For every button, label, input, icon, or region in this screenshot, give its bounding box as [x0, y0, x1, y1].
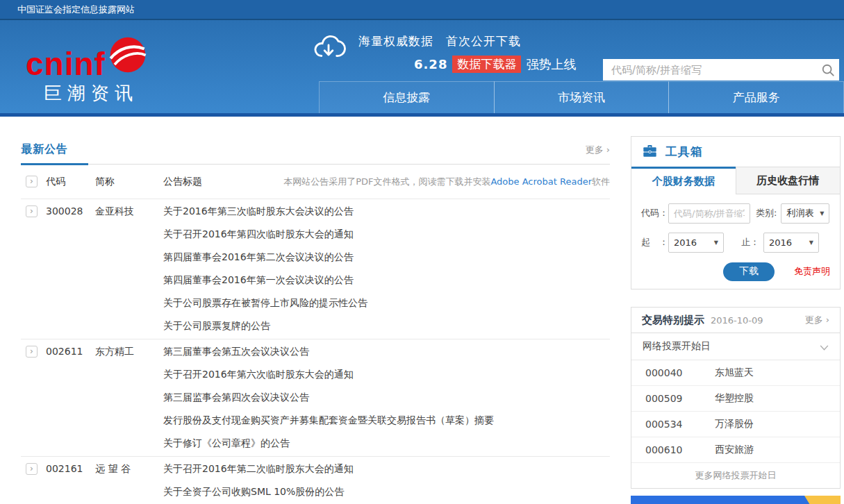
- caret-down-icon: ▼: [714, 240, 718, 246]
- caret-down-icon: ▼: [809, 240, 813, 246]
- announcement-group: ›300028金亚科技关于2016年第三次临时股东大会决议的公告关于召开2016…: [21, 199, 610, 339]
- from-label: 起 ：: [641, 236, 668, 249]
- stock-row-name: 东旭蓝天: [715, 367, 754, 379]
- expand-icon[interactable]: ›: [26, 346, 38, 358]
- stock-row[interactable]: 000534万泽股份: [631, 412, 840, 437]
- stock-row[interactable]: 000509华塑控股: [631, 386, 840, 412]
- vote-start-dropdown[interactable]: 网络投票开始日: [631, 333, 840, 360]
- announcement-link[interactable]: 关于召开2016年第四次临时股东大会的通知: [163, 223, 610, 246]
- expand-icon[interactable]: ›: [26, 463, 38, 475]
- toolbox-form: 代码： 类别: 利润表▼ 起 ： 2016▼ 止： 2016▼: [631, 194, 840, 289]
- disclaimer-link[interactable]: 免责声明: [794, 265, 830, 278]
- stock-name: 东方精工: [95, 340, 163, 363]
- briefcase-icon: [643, 144, 657, 160]
- stock-name: 远 望 谷: [95, 457, 163, 480]
- announcement-link[interactable]: 关于修订《公司章程》的公告: [163, 432, 610, 455]
- to-year-select[interactable]: 2016▼: [763, 233, 819, 253]
- logo-text: cninf: [26, 49, 106, 78]
- alerts-more-link[interactable]: 更多 ›: [805, 314, 829, 326]
- stock-list: 000040东旭蓝天000509华塑控股000534万泽股份000610西安旅游: [631, 360, 840, 463]
- alerts-title: 交易特别提示: [642, 314, 704, 327]
- search-input[interactable]: [603, 64, 817, 76]
- stock-code: 300028: [46, 200, 95, 223]
- stock-row-code: 000040: [645, 367, 715, 378]
- stock-name: 金亚科技: [95, 200, 163, 223]
- announcement-group: ›002161远 望 谷关于召开2016年第二次临时股东大会的通知关于全资子公司…: [21, 457, 610, 504]
- announcements-more-link[interactable]: 更多 ›: [586, 144, 610, 156]
- to-label: 止：: [741, 236, 759, 249]
- page: 中国证监会指定信息披露网站 cninf 巨潮资讯: [0, 0, 844, 504]
- announcement-link[interactable]: 关于召开2016年第二次临时股东大会的通知: [163, 457, 610, 480]
- trade-alerts-panel: 交易特别提示 2016-10-09 更多 › 网络投票开始日 000040东旭蓝…: [631, 307, 841, 489]
- stock-row-code: 000509: [645, 393, 715, 404]
- topbar: 中国证监会指定信息披露网站: [0, 0, 844, 20]
- announcement-groups: ›300028金亚科技关于2016年第三次临时股东大会决议的公告关于召开2016…: [21, 199, 610, 504]
- stock-row-name: 西安旅游: [715, 444, 754, 456]
- stock-row-name: 华塑控股: [715, 392, 754, 405]
- site-logo[interactable]: cninf 巨潮资讯: [26, 35, 147, 106]
- logo-subtext: 巨潮资讯: [44, 81, 147, 106]
- promo-line2: 6.28 数据下载器 强势上线: [414, 56, 576, 73]
- toolbox-tabs: 个股财务数据 历史收盘行情: [631, 167, 840, 194]
- announcement-link[interactable]: 第四届董事会2016年第一次会议决议的公告: [163, 269, 610, 292]
- tab-historical-quotes[interactable]: 历史收盘行情: [736, 167, 841, 194]
- announcement-titles: 关于2016年第三次临时股东大会决议的公告关于召开2016年第四次临时股东大会的…: [163, 200, 610, 337]
- announcement-link[interactable]: 关于召开2016年第六次临时股东大会的通知: [163, 363, 610, 386]
- promo-line1: 海量权威数据首次公开下载: [358, 33, 576, 49]
- download-button[interactable]: 下载: [723, 262, 775, 281]
- ad-banner[interactable]: 深圳证券信息有限公司: [631, 496, 841, 504]
- promo-suffix: 强势上线: [526, 56, 576, 73]
- pdf-note: 本网站公告采用了PDF文件格式，阅读需下载并安装Adobe Acrobat Re…: [283, 176, 610, 188]
- announcement-group: ›002611东方精工第三届董事会第五次会议决议公告关于召开2016年第六次临时…: [21, 339, 610, 457]
- stock-row-code: 000534: [645, 419, 715, 430]
- from-year-select[interactable]: 2016▼: [668, 233, 724, 253]
- stock-code: 002611: [46, 340, 95, 363]
- adobe-reader-link[interactable]: Adobe Acrobat Reader: [490, 176, 592, 187]
- type-select[interactable]: 利润表▼: [781, 203, 829, 224]
- announcement-link[interactable]: 关于2016年第三次临时股东大会决议的公告: [163, 200, 610, 223]
- stock-row[interactable]: 000040东旭蓝天: [631, 360, 840, 386]
- nav-item-disclosure[interactable]: 信息披露: [319, 81, 495, 113]
- announcement-link[interactable]: 第四届董事会2016年第二次会议决议的公告: [163, 246, 610, 269]
- logo-swirl-icon: [108, 35, 147, 77]
- promo-badge: 数据下载器: [452, 56, 521, 73]
- announcement-link[interactable]: 关于公司股票存在被暂停上市风险的提示性公告: [163, 292, 610, 314]
- caret-down-icon: ▼: [820, 210, 824, 217]
- search-box: [603, 59, 839, 81]
- expand-all-icon[interactable]: ›: [26, 176, 38, 187]
- announcements-title: 最新公告: [21, 142, 68, 157]
- toolbox-title: 工具箱: [665, 144, 703, 160]
- chevron-down-icon: [820, 340, 829, 353]
- banner-wedge: [804, 496, 841, 504]
- nav-item-products[interactable]: 产品服务: [668, 81, 844, 113]
- stock-code: 002161: [46, 457, 95, 480]
- code-input[interactable]: [668, 203, 750, 224]
- announcement-link[interactable]: 第三届董事会第五次会议决议公告: [163, 340, 610, 363]
- column-header-title: 公告标题: [163, 176, 283, 188]
- announcement-link[interactable]: 关于公司股票复牌的公告: [163, 314, 610, 337]
- alerts-footer-link[interactable]: 更多网络投票开始日: [631, 463, 840, 488]
- announcement-link[interactable]: 第三届监事会第四次会议决议公告: [163, 386, 610, 409]
- announcements-panel: 最新公告 更多 › › 代码 简称 公告标题 本网站公告采用了PDF文件格式，阅…: [21, 135, 610, 504]
- topbar-label: 中国证监会指定信息披露网站: [17, 4, 135, 15]
- stock-row[interactable]: 000610西安旅游: [631, 437, 840, 463]
- announcement-link[interactable]: 发行股份及支付现金购买资产并募集配套资金暨关联交易报告书（草案）摘要: [163, 409, 610, 432]
- promo-date: 6.28: [414, 57, 447, 72]
- column-header-code: 代码: [46, 176, 95, 188]
- stock-row-name: 万泽股份: [715, 418, 754, 430]
- download-promo[interactable]: 海量权威数据首次公开下载 6.28 数据下载器 强势上线: [311, 31, 576, 73]
- tab-financial-data[interactable]: 个股财务数据: [631, 167, 736, 194]
- stock-row-code: 000610: [645, 444, 715, 455]
- announcements-table-header: › 代码 简称 公告标题 本网站公告采用了PDF文件格式，阅读需下载并安装Ado…: [21, 165, 610, 199]
- type-label: 类别:: [756, 207, 777, 219]
- announcement-titles: 关于召开2016年第二次临时股东大会的通知关于全资子公司收购SML 10%股份的…: [163, 457, 610, 503]
- announcement-link[interactable]: 关于全资子公司收购SML 10%股份的公告: [163, 480, 610, 503]
- search-icon[interactable]: [817, 59, 839, 81]
- cloud-download-icon: [311, 31, 346, 73]
- expand-icon[interactable]: ›: [26, 205, 38, 217]
- code-label: 代码：: [641, 207, 668, 219]
- toolbox-panel: 工具箱 个股财务数据 历史收盘行情 代码： 类别: 利润表▼ 起 ：: [631, 136, 841, 289]
- header: cninf 巨潮资讯 海量权威数据首次公开下载: [0, 20, 844, 117]
- nav-item-market[interactable]: 市场资讯: [494, 81, 670, 113]
- announcement-titles: 第三届董事会第五次会议决议公告关于召开2016年第六次临时股东大会的通知第三届监…: [163, 340, 610, 455]
